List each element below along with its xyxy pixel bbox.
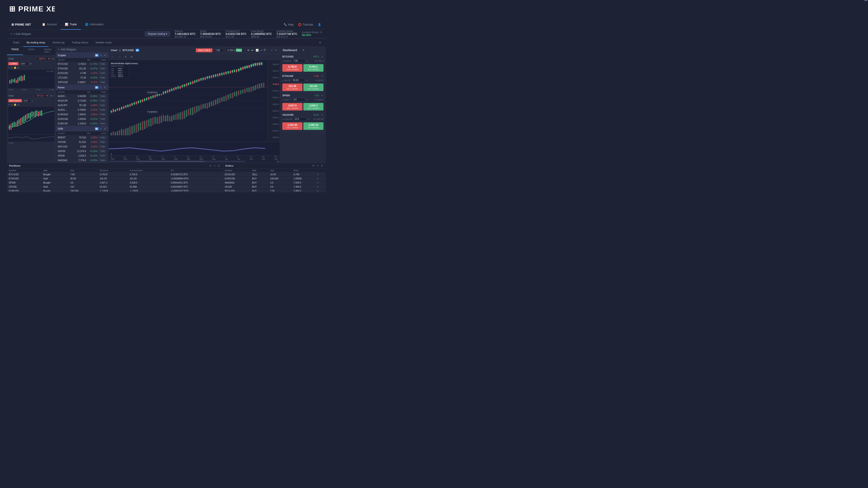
mini-chart-btcusd-qty-input[interactable]	[23, 99, 31, 102]
dash-close-icon-3[interactable]: ✕	[321, 114, 323, 116]
dash-buy-btn-1[interactable]: 161.80 BUY ORDER	[303, 84, 323, 91]
cfd-row[interactable]: CRUDE 61.812 -2.66% Trade	[56, 140, 108, 144]
help-button[interactable]: 🔧 Help	[283, 23, 294, 26]
crypto-row[interactable]: XRP/USD 0.30817 -0.31% Trade	[56, 80, 108, 85]
dash-buy-btn-0[interactable]: 5,763.1 BUY ORDER	[303, 64, 323, 72]
order-row[interactable]: BTC/USD BUY 7.00 5,400.0 ✕	[223, 189, 326, 192]
mini-chart-tool1-icon[interactable]: ✏	[8, 66, 10, 69]
forex-close-icon[interactable]: ✕	[103, 86, 106, 89]
cfd-close-icon[interactable]: ✕	[103, 127, 106, 130]
dash-close-icon-1[interactable]: ✕	[321, 75, 323, 77]
trade-button[interactable]: Trade	[98, 76, 106, 79]
market-add-widgets-button[interactable]: + Add Widgets	[58, 48, 106, 51]
sub-tab-trade[interactable]: Trade	[9, 39, 22, 47]
forex-row[interactable]: AUD/C... 0.94305 +0.06% Trade	[56, 94, 108, 98]
forex-row[interactable]: EUR/CAD 1.50540 +0.01% Trade	[56, 117, 108, 121]
chart-scrollbar[interactable]: ⊞	[108, 160, 280, 163]
trade-button[interactable]: Trade	[98, 71, 106, 75]
forex-header[interactable]: Forex ▶ ≡ ✕	[56, 85, 108, 90]
crypto-header[interactable]: Crypto ▶ ≡ ✕	[56, 53, 108, 58]
chart-expand-icon[interactable]: ⊞	[277, 160, 279, 163]
trade-button[interactable]: Trade	[98, 113, 106, 116]
position-row[interactable]: CRUDE Sold 110 62.023 61.899 0.00234867 …	[7, 185, 223, 189]
forex-menu-icon[interactable]: ≡	[99, 86, 102, 89]
dash-sell-btn-3[interactable]: 1,291.83 SELL ORDER 33	[282, 122, 303, 130]
chart-close-icon[interactable]: ✕	[274, 48, 278, 52]
cfd-menu-icon[interactable]: ≡	[99, 127, 102, 130]
left-tab-trading-history[interactable]: Trading Histo...	[39, 47, 56, 55]
sub-tab-activity-log[interactable]: Activity log	[49, 39, 68, 47]
mini-chart2-tool3-icon[interactable]: 🔔	[14, 103, 17, 106]
left-tab-charts[interactable]: Charts	[23, 47, 39, 55]
mini-chart2-tool1-icon[interactable]: ✏	[8, 103, 10, 106]
chart-quantity-input[interactable]	[214, 48, 224, 52]
crypto-menu-icon[interactable]: ≡	[99, 54, 102, 57]
mini-chart-btcusd-symbol-select[interactable]: BTC/USD	[34, 94, 49, 98]
orders-menu-icon[interactable]: ≡	[316, 164, 319, 167]
cfd-header[interactable]: CFD ▶ ≡ ✕	[56, 126, 108, 131]
mini-chart-tool3-icon[interactable]: 🔔	[14, 66, 17, 69]
chart-crosshair-icon[interactable]: ⊕	[260, 49, 262, 52]
user-profile-button[interactable]: 👤	[318, 23, 321, 26]
order-row[interactable]: EUR/USD BUY 100,000 1.05500 ✕	[223, 177, 326, 181]
positions-expand-icon[interactable]: ⊡	[217, 164, 220, 167]
dash-sell-btn-0[interactable]: 5,758.8 SELL ORDER 43	[282, 64, 303, 72]
mini-chart-gbpusd-gear-icon[interactable]: ⚙	[29, 62, 32, 65]
left-tab-trade[interactable]: TRADE	[7, 47, 23, 55]
trade-button[interactable]: Trade	[98, 104, 106, 107]
sub-tab-multiple-charts[interactable]: Multiple charts	[93, 39, 115, 47]
trade-button[interactable]: Trade	[98, 150, 106, 153]
crypto-row[interactable]: EOS/USD 4.748 -1.37% Trade	[56, 71, 108, 75]
dash-qty-input-2[interactable]	[292, 98, 305, 102]
dash-qty-input-3[interactable]	[293, 117, 307, 121]
arrow-right-icon[interactable]: →	[117, 55, 122, 59]
sub-tab-my-trading-setup[interactable]: My trading setup	[23, 39, 48, 47]
position-row[interactable]: SP500 Bought 3.0 2,927.2 2,928.0 0.00041…	[7, 181, 223, 185]
chart-candlestick-icon[interactable]: 📊	[256, 49, 259, 52]
crosshair-tool-icon[interactable]: ✛	[124, 55, 128, 59]
forex-row[interactable]: EUR/CHF 1.14014 +0.03% Trade	[56, 121, 108, 126]
mini-chart-gbpusd-qty-input[interactable]	[20, 62, 29, 66]
mini-chart-btcusd-menu-icon[interactable]: ≡	[32, 99, 33, 102]
trading-mode-select[interactable]: Regular trading ▾	[145, 31, 170, 36]
add-widgets-button[interactable]: + + Add Widgets	[10, 32, 31, 36]
mini-chart-btcusd-sell-button[interactable]: Sell 5,810.8	[8, 99, 22, 102]
dash-close-icon-0[interactable]: ✕	[321, 56, 323, 58]
trade-button[interactable]: Trade	[98, 140, 106, 143]
crypto-row[interactable]: ETH/USD 161.56 +0.07% Trade	[56, 66, 108, 71]
cfd-row[interactable]: NAT.GAS 2.558 -2.52% Trade	[56, 144, 108, 149]
forex-row[interactable]: EUR/AUD 1.59615 -0.06% Trade	[56, 112, 108, 117]
trade-button[interactable]: Trade	[98, 108, 106, 111]
crypto-close-icon[interactable]: ✕	[103, 54, 106, 57]
positions-menu-icon[interactable]: ≡	[213, 164, 216, 167]
dash-close-icon-2[interactable]: ✕	[321, 94, 323, 97]
trade-button[interactable]: Trade	[98, 159, 106, 162]
nav-item-information[interactable]: 🌐 Information	[81, 20, 107, 30]
cfd-row[interactable]: SP500 2,928.0 +0.14% Trade	[56, 153, 108, 158]
trade-button[interactable]: Trade	[98, 95, 106, 98]
chart-sell-button[interactable]: Sell 5,758.8	[196, 48, 212, 52]
chart-interval-select[interactable]: 4h 1h 1d	[246, 48, 254, 53]
dash-buy-btn-3[interactable]: 1,292.16 BUY ORDER	[303, 122, 323, 130]
mini-chart-gbpusd-symbol-select[interactable]: GBP/USD	[36, 57, 51, 61]
position-row[interactable]: ETH/USD Sold 35.00 161.03 161.82 -0.0035…	[7, 177, 223, 181]
nav-item-account[interactable]: 📋 Account	[38, 20, 61, 30]
crypto-row[interactable]: BTC/USD 5,760.8 +1.73% Trade	[56, 62, 108, 66]
settings-tool-icon[interactable]: ⚙	[129, 55, 134, 59]
trade-button[interactable]: Trade	[98, 80, 106, 84]
sub-tab-trading-history[interactable]: Trading history	[68, 39, 91, 47]
orders-close-btn[interactable]: ✕	[320, 164, 323, 167]
add-tab-button[interactable]: +	[317, 41, 323, 45]
positions-close-btn[interactable]: ✕	[209, 164, 212, 167]
chart-flag-icon[interactable]: 🏴	[264, 49, 267, 52]
cfd-row[interactable]: NASDAQ 7,776.3 +0.30% Trade	[56, 158, 108, 163]
arrow-left-icon[interactable]: ←	[111, 55, 115, 59]
cfd-row[interactable]: GER30 12,376.9 +0.26% Trade	[56, 149, 108, 153]
dash-buy-btn-2[interactable]: 2,929.3 BUY ORDER	[303, 103, 323, 110]
forex-row[interactable]: AUD/CHF 0.71420 +0.09% Trade	[56, 98, 108, 103]
order-row[interactable]: UK100 BUY 3.0 7,300.0 ✕	[223, 185, 326, 189]
order-row[interactable]: EOS/USD SELL 10.00 6,748 ✕	[223, 172, 326, 177]
trade-button[interactable]: Trade	[98, 99, 106, 102]
trade-button[interactable]: Trade	[98, 145, 106, 148]
mini-chart2-tool2-icon[interactable]: ⊘	[11, 103, 13, 106]
